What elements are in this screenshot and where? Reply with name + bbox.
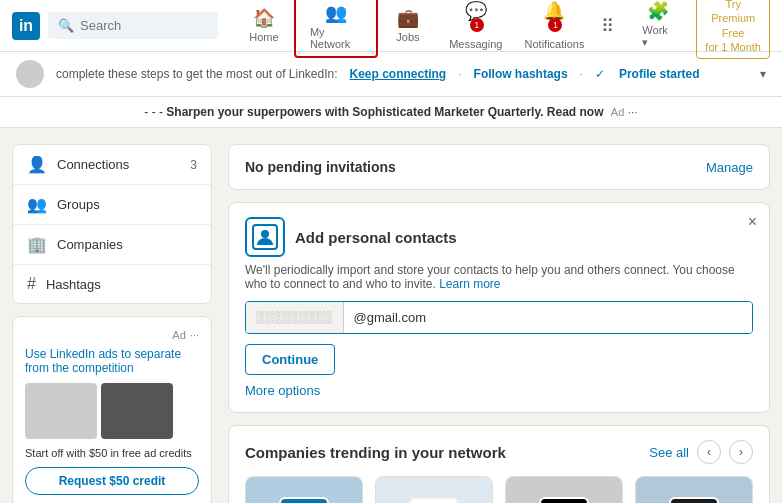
ad-label: Ad xyxy=(611,106,624,118)
svg-point-1 xyxy=(261,230,269,238)
sep2: · xyxy=(580,67,583,81)
sidebar: 👤 Connections 3 👥 Groups 🏢 Companies # H… xyxy=(12,144,212,503)
connections-icon: 👤 xyxy=(27,155,47,174)
sidebar-item-connections[interactable]: 👤 Connections 3 xyxy=(13,145,211,185)
follow-hashtags-step[interactable]: Follow hashtags xyxy=(474,67,568,81)
notifications-badge: 1 xyxy=(548,18,562,32)
top-navigation: in 🔍 🏠 Home 👥 My Network 💼 Jobs 💬 1 Mess… xyxy=(0,0,782,52)
companies-nav: See all ‹ › xyxy=(649,440,753,464)
email-prefix: ░░░░░░░░░ xyxy=(246,302,344,333)
grid-icon[interactable]: ⠿ xyxy=(595,9,620,43)
prev-arrow[interactable]: ‹ xyxy=(697,440,721,464)
continue-button[interactable]: Continue xyxy=(245,344,335,375)
sidebar-ad-desc: Start off with $50 in free ad credits xyxy=(25,447,199,459)
request-credit-button[interactable]: Request $50 credit xyxy=(25,467,199,495)
nav-item-work[interactable]: 🧩 Work ▾ xyxy=(628,0,688,57)
network-icon: 👥 xyxy=(325,2,347,24)
contacts-header: Add personal contacts xyxy=(245,217,753,257)
keep-connecting-step[interactable]: Keep connecting xyxy=(350,67,447,81)
invitations-title: No pending invitations xyxy=(245,159,396,175)
companies-grid: in LinkedIn 7,843,340 Followers Standard xyxy=(245,476,753,503)
nav-items: 🏠 Home 👥 My Network 💼 Jobs 💬 1 Messaging… xyxy=(234,0,595,58)
nav-item-network-label: My Network xyxy=(310,26,362,50)
ad-text[interactable]: Sharpen your superpowers with Sophistica… xyxy=(166,105,603,119)
nav-item-home-label: Home xyxy=(249,31,278,43)
nav-item-my-network[interactable]: 👥 My Network xyxy=(294,0,378,58)
search-input[interactable] xyxy=(80,18,208,33)
companies-header: Companies trending in your network See a… xyxy=(245,440,753,464)
nav-item-work-label: Work ▾ xyxy=(642,24,674,49)
search-icon: 🔍 xyxy=(58,18,74,33)
more-options-link[interactable]: More options xyxy=(245,383,320,398)
email-input-row: ░░░░░░░░░ xyxy=(245,301,753,334)
companies-card: Companies trending in your network See a… xyxy=(228,425,770,503)
nav-item-home[interactable]: 🏠 Home xyxy=(234,1,294,51)
home-icon: 🏠 xyxy=(253,7,275,29)
nav-item-notifications-label: Notifications xyxy=(525,38,585,50)
company-logo-sc: Standard Chartered xyxy=(409,497,459,503)
company-logo-jpm: & xyxy=(669,497,719,503)
manage-link[interactable]: Manage xyxy=(706,160,753,175)
premium-button[interactable]: Try Premium Freefor 1 Month xyxy=(696,0,770,59)
progress-text: complete these steps to get the most out… xyxy=(56,67,338,81)
sidebar-connections-label: Connections xyxy=(57,157,129,172)
nav-item-notifications[interactable]: 🔔 1 Notifications xyxy=(514,0,596,58)
nav-item-messaging[interactable]: 💬 1 Messaging xyxy=(438,0,514,58)
profile-started-step[interactable]: Profile started xyxy=(619,67,700,81)
nav-item-jobs[interactable]: 💼 Jobs xyxy=(378,1,438,51)
company-item-forbes[interactable]: F Forbes 10,147,948 Followers xyxy=(505,476,623,503)
ad-banner: - - - Sharpen your superpowers with Soph… xyxy=(0,97,782,128)
see-all-link[interactable]: See all xyxy=(649,445,689,460)
invitations-card: No pending invitations Manage xyxy=(228,144,770,190)
linkedin-logo[interactable]: in xyxy=(12,12,40,40)
next-arrow[interactable]: › xyxy=(729,440,753,464)
sidebar-ad-images xyxy=(25,383,199,439)
progress-chevron[interactable]: ▾ xyxy=(760,67,766,81)
company-logo-forbes: F xyxy=(539,497,589,503)
nav-right: ⠿ 🧩 Work ▾ Try Premium Freefor 1 Month xyxy=(595,0,770,59)
sep1: · xyxy=(458,67,461,81)
company-item-jpm[interactable]: & JPMorgan Chase & Co. 1,574,633 Followe… xyxy=(635,476,753,503)
company-logo-linkedin: in xyxy=(279,497,329,503)
sidebar-hashtags-label: Hashtags xyxy=(46,277,101,292)
sidebar-ad-card: Ad ··· Use LinkedIn ads to separate from… xyxy=(12,316,212,503)
close-button[interactable]: × xyxy=(748,213,757,231)
email-input[interactable] xyxy=(344,302,752,333)
sidebar-item-companies[interactable]: 🏢 Companies xyxy=(13,225,211,265)
work-icon: 🧩 xyxy=(647,0,669,22)
main-content: No pending invitations Manage × Add pers… xyxy=(228,144,770,503)
contacts-desc: We'll periodically import and store your… xyxy=(245,263,753,291)
check-icon: ✓ xyxy=(595,67,605,81)
connections-badge: 3 xyxy=(190,158,197,172)
ad-dashes: - - - xyxy=(144,105,163,119)
sidebar-item-hashtags[interactable]: # Hashtags xyxy=(13,265,211,303)
contacts-icon xyxy=(245,217,285,257)
company-item-sc[interactable]: Standard Chartered Standard Chartered Ba… xyxy=(375,476,493,503)
sidebar-ad-label: Ad xyxy=(172,329,185,341)
ad-image-1 xyxy=(25,383,97,439)
ad-options-icon[interactable]: ··· xyxy=(628,105,638,119)
nav-item-jobs-label: Jobs xyxy=(396,31,419,43)
sidebar-ad-dots[interactable]: ··· xyxy=(190,329,199,341)
main-layout: 👤 Connections 3 👥 Groups 🏢 Companies # H… xyxy=(0,144,782,503)
messaging-badge: 1 xyxy=(470,18,484,32)
learn-more-link[interactable]: Learn more xyxy=(439,277,500,291)
contacts-card: × Add personal contacts We'll periodical… xyxy=(228,202,770,413)
sidebar-groups-label: Groups xyxy=(57,197,100,212)
search-bar[interactable]: 🔍 xyxy=(48,12,218,39)
sidebar-companies-label: Companies xyxy=(57,237,123,252)
company-item-linkedin[interactable]: in LinkedIn 7,843,340 Followers xyxy=(245,476,363,503)
groups-icon: 👥 xyxy=(27,195,47,214)
contacts-title: Add personal contacts xyxy=(295,229,457,246)
nav-item-messaging-label: Messaging xyxy=(449,38,502,50)
sidebar-nav-card: 👤 Connections 3 👥 Groups 🏢 Companies # H… xyxy=(12,144,212,304)
ad-image-2 xyxy=(101,383,173,439)
sidebar-ad-text: Use LinkedIn ads to separate from the co… xyxy=(25,347,199,375)
companies-title: Companies trending in your network xyxy=(245,444,506,461)
companies-sidebar-icon: 🏢 xyxy=(27,235,47,254)
hashtags-icon: # xyxy=(27,275,36,293)
progress-avatar xyxy=(16,60,44,88)
sidebar-item-groups[interactable]: 👥 Groups xyxy=(13,185,211,225)
jobs-icon: 💼 xyxy=(397,7,419,29)
